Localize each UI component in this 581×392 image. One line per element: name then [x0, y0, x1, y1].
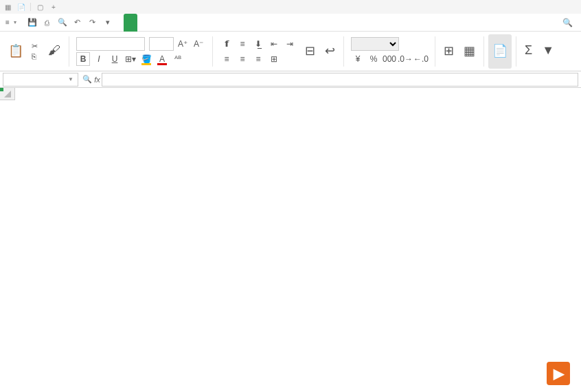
paste-button[interactable]: 📋 — [4, 34, 27, 69]
ribbon: 📋 ✂ ⎘ 🖌 A⁺ A⁻ B I U ⊞▾ 🪣 A ᴬᴮ ⬆̄ ≡ — [0, 32, 581, 71]
increase-decimal-icon[interactable]: .0→ — [398, 52, 412, 66]
formula-input[interactable] — [102, 73, 578, 87]
preview-icon[interactable]: 🔍 — [56, 16, 69, 29]
menu-bar: ≡ ▾ 💾 ⎙ 🔍 ↶ ↷ ▾ 🔍 — [0, 14, 581, 32]
align-right-icon[interactable]: ≡ — [251, 52, 265, 66]
tab-data[interactable] — [179, 14, 192, 32]
quick-access-toolbar: 💾 ⎙ 🔍 ↶ ↷ ▾ — [22, 16, 118, 29]
align-bottom-icon[interactable]: ⬇̲ — [251, 37, 265, 51]
cut-button[interactable]: ✂ — [32, 42, 40, 51]
distribute-icon[interactable]: ⊞ — [267, 52, 281, 66]
doc-icon[interactable]: 📄 — [16, 2, 26, 12]
cond-format-icon: ⊞ — [444, 43, 454, 58]
sigma-icon: Σ — [525, 43, 532, 58]
cond-format-search[interactable]: 🔍 — [557, 18, 581, 27]
file-menu[interactable]: ≡ ▾ — [0, 14, 22, 31]
table-icon: ▦ — [464, 43, 475, 58]
watermark: ▶ — [547, 362, 574, 385]
tab-special-apps[interactable] — [247, 14, 261, 32]
doc-assist-button[interactable]: 📄 — [488, 34, 512, 69]
title-bar: ▦ 📄 ▢ + — [0, 0, 581, 14]
name-box[interactable]: ▼ — [3, 73, 78, 87]
scissors-icon: ✂ — [32, 42, 38, 51]
merge-icon: ⊟ — [305, 43, 315, 58]
ribbon-tabs — [124, 14, 275, 32]
hamburger-icon: ≡ — [5, 19, 10, 26]
doc-assist-icon: 📄 — [492, 43, 508, 58]
filter-icon: ▼ — [542, 43, 554, 58]
zoom-icon: 🔍 — [82, 75, 92, 84]
currency-icon[interactable]: ¥ — [351, 52, 365, 66]
italic-button[interactable]: I — [92, 52, 106, 66]
tab-dev-tools[interactable] — [233, 14, 247, 32]
tab-review[interactable] — [192, 14, 206, 32]
formula-bar: ▼ 🔍 fx — [0, 71, 581, 88]
table-format-button[interactable]: ▦ — [459, 34, 479, 69]
fx-button[interactable]: 🔍 fx — [81, 75, 102, 84]
align-top-icon[interactable]: ⬆̄ — [220, 37, 233, 51]
save-icon[interactable]: 💾 — [26, 16, 38, 29]
tab-start[interactable] — [124, 14, 137, 32]
phonetic-button[interactable]: ᴬᴮ — [171, 52, 185, 66]
add-tab-icon[interactable]: + — [49, 2, 58, 12]
redo-icon[interactable]: ↷ — [87, 16, 99, 29]
decrease-decimal-icon[interactable]: ←.0 — [414, 52, 428, 66]
wrap-text-button[interactable]: ↩ — [321, 34, 339, 69]
filter-button[interactable]: ▼ — [538, 34, 558, 69]
cond-format-button[interactable]: ⊞ — [440, 34, 458, 69]
decrease-indent-icon[interactable]: ⇤ — [267, 37, 281, 51]
wrap-icon: ↩ — [325, 43, 335, 58]
more-icon[interactable]: ▾ — [102, 16, 114, 29]
dropdown-icon: ▼ — [68, 76, 73, 82]
select-all-corner[interactable] — [0, 88, 15, 100]
search-icon: 🔍 — [562, 18, 573, 27]
print-icon[interactable]: ⎙ — [41, 16, 54, 29]
tab-security[interactable] — [220, 14, 233, 32]
watermark-logo-icon: ▶ — [547, 362, 570, 385]
tab-icon[interactable]: ▢ — [35, 2, 45, 12]
paste-icon: 📋 — [8, 43, 23, 58]
increase-indent-icon[interactable]: ⇥ — [283, 37, 297, 51]
font-size-combo[interactable] — [149, 37, 174, 51]
decrease-font-icon[interactable]: A⁻ — [192, 37, 205, 51]
format-painter-button[interactable]: 🖌 — [44, 34, 65, 69]
spreadsheet-grid[interactable]: ▶ — [0, 88, 581, 392]
tab-insert[interactable] — [137, 14, 151, 32]
tab-formula[interactable] — [165, 14, 179, 32]
underline-button[interactable]: U — [108, 52, 122, 66]
align-left-icon[interactable]: ≡ — [220, 52, 233, 66]
merge-center-button[interactable]: ⊟ — [301, 34, 319, 69]
copy-button[interactable]: ⎘ — [32, 52, 40, 60]
align-center-icon[interactable]: ≡ — [236, 52, 249, 66]
align-middle-icon[interactable]: ≡ — [236, 37, 249, 51]
tab-page-layout[interactable] — [151, 14, 165, 32]
brush-icon: 🖌 — [48, 43, 60, 58]
bold-button[interactable]: B — [76, 52, 90, 66]
increase-font-icon[interactable]: A⁺ — [176, 37, 190, 51]
fill-color-button[interactable]: 🪣 — [139, 52, 153, 66]
font-name-combo[interactable] — [76, 37, 145, 51]
font-color-button[interactable]: A — [155, 52, 169, 66]
percent-icon[interactable]: % — [367, 52, 380, 66]
tab-doc-assist[interactable] — [261, 14, 275, 32]
copy-icon: ⎘ — [32, 52, 36, 60]
comma-icon[interactable]: 000 — [383, 52, 396, 66]
number-format-combo[interactable] — [351, 37, 399, 51]
sum-button[interactable]: Σ — [521, 34, 536, 69]
tab-view[interactable] — [206, 14, 220, 32]
border-button[interactable]: ⊞▾ — [124, 52, 137, 66]
undo-icon[interactable]: ↶ — [71, 16, 84, 29]
app-icon: ▦ — [3, 2, 12, 12]
